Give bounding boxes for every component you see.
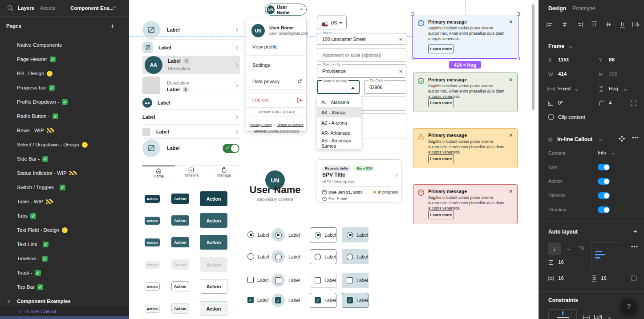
chevron-right-icon[interactable] [394, 174, 397, 177]
action-button[interactable]: Action [200, 279, 227, 294]
action-button[interactable]: Action [171, 237, 189, 247]
canvas-scrollbar[interactable] [532, 4, 535, 110]
state-select[interactable]: State or territory [317, 80, 360, 94]
learn-more-button[interactable]: Learn more [428, 154, 454, 163]
tab-design[interactable]: Design [548, 5, 566, 12]
tab-layers[interactable]: Layers [18, 5, 34, 11]
selection-option-cbox-on[interactable]: ✓Label [247, 297, 269, 303]
sidebar-item-page[interactable]: Rows - WIP [0, 123, 129, 137]
align-left-icon[interactable] [547, 21, 553, 28]
sidebar-item-page[interactable]: Table - WIP [0, 194, 129, 209]
horizontal-sizing-select[interactable]: Fixed [558, 86, 571, 91]
help-button[interactable]: ? [621, 299, 637, 315]
learn-more-button[interactable]: Learn more [428, 44, 454, 53]
selection-option-radio-off[interactable]: Label [342, 249, 369, 264]
gap-input[interactable]: 16 [558, 259, 564, 265]
sidebar-item-page[interactable]: Switch / Toggles -✓ [0, 180, 129, 194]
toggle-icon[interactable] [598, 164, 610, 170]
vertical-sizing-select[interactable]: Hug [609, 86, 618, 91]
chevron-down-icon[interactable] [569, 45, 572, 48]
spv-card[interactable]: Repeats daily Earn $10 SPV Title SPV Des… [316, 159, 402, 202]
direction-wrap-button[interactable] [578, 246, 584, 251]
more-options-icon[interactable]: ••• [632, 135, 639, 141]
radio-button[interactable] [247, 231, 254, 238]
state-option[interactable]: AL - Alabama [317, 97, 361, 107]
action-button[interactable]: Action [200, 301, 227, 316]
action-button[interactable]: Action [200, 191, 227, 206]
action-button[interactable]: Action [171, 194, 189, 204]
selection-option-cbox-on[interactable]: ✓Label [271, 294, 300, 307]
y-input[interactable]: 88 [609, 57, 615, 62]
country-select[interactable]: US [317, 16, 347, 29]
checkbox[interactable]: ✓ [275, 297, 281, 303]
menu-item-settings[interactable]: Settings [252, 62, 270, 68]
action-button[interactable]: Action [145, 305, 160, 313]
list-item[interactable]: Label [142, 21, 240, 39]
action-button[interactable]: Action [171, 303, 189, 314]
action-button[interactable]: Action [145, 238, 160, 246]
sidebar-item-page[interactable]: Toast -✓ [0, 266, 129, 280]
align-bottom-icon[interactable] [620, 21, 626, 28]
checkbox[interactable] [347, 277, 353, 283]
selection-option-cbox-on[interactable]: ✓Label [310, 293, 336, 308]
clip-content-checkbox[interactable] [548, 114, 554, 120]
rotation-input[interactable]: 0° [558, 100, 563, 105]
state-option[interactable]: AK - Alaska [317, 107, 361, 117]
add-page-button[interactable]: + [110, 22, 114, 30]
sidebar-item-page[interactable]: Side Bar -✓ [0, 152, 129, 166]
radio-button[interactable] [247, 253, 254, 260]
horizontal-padding-input[interactable]: 16 [558, 275, 564, 281]
independent-corners-icon[interactable] [631, 101, 636, 106]
apartment-field[interactable]: Apartment or suite (optional) [317, 48, 406, 62]
radio-button[interactable] [315, 232, 321, 238]
constraints-widget[interactable] [548, 309, 577, 319]
radio-button[interactable] [347, 254, 353, 260]
selection-option-radio-on[interactable]: Label [271, 228, 300, 242]
close-icon[interactable]: × [509, 18, 513, 25]
swap-instance-icon[interactable] [619, 136, 625, 142]
w-input[interactable]: 414 [558, 71, 567, 77]
list-item[interactable]: Label [142, 40, 240, 55]
list-item-selected[interactable]: AA Label9 Description [142, 56, 240, 74]
street-field[interactable]: Street 100 Lancaster Street × [317, 33, 406, 45]
selection-option-cbox-on[interactable]: ✓Label [342, 293, 369, 308]
sidebar-item-page[interactable]: Text Link -✓ [0, 237, 129, 251]
selection-option-cbox-off[interactable]: Label [247, 277, 269, 283]
selection-option-radio-on[interactable]: Label [247, 231, 269, 238]
clear-icon[interactable]: × [399, 68, 402, 74]
align-horizontal-centers-icon[interactable] [562, 21, 568, 28]
list-item[interactable]: Label ✓ [142, 139, 240, 157]
sidebar-item-page[interactable]: Top Bar✓ [0, 280, 129, 294]
menu-item-data-privacy[interactable]: Data privacy [252, 79, 279, 84]
sidebar-item-page[interactable]: Pill - Design [0, 66, 129, 81]
align-top-icon[interactable] [591, 21, 597, 28]
tab-manage[interactable]: Manage [208, 166, 240, 180]
close-icon[interactable]: × [509, 76, 513, 83]
checkbox[interactable]: ✓ [247, 297, 254, 303]
radio-button[interactable] [275, 232, 282, 238]
tab-prototype[interactable]: Prototype [572, 5, 595, 12]
menu-item-logout[interactable]: Log out [252, 97, 269, 102]
radio-button[interactable] [275, 254, 282, 260]
vertical-padding-input[interactable]: 16 [601, 275, 607, 281]
action-button[interactable]: Action [200, 235, 227, 250]
toggle-dismiss[interactable] [598, 192, 610, 199]
radio-button[interactable] [347, 232, 353, 238]
corner-radius-input[interactable]: 4 [609, 100, 612, 105]
auto-layout-more-icon[interactable]: ••• [631, 244, 638, 250]
city-field[interactable]: Town or city Providence × [317, 64, 406, 78]
direction-right-button[interactable]: → [565, 245, 571, 252]
canvas[interactable]: UN User Name Label Label AA Label9 Descr… [129, 0, 539, 319]
action-button[interactable]: Action [171, 281, 189, 291]
toggle-action[interactable] [598, 178, 610, 185]
list-item[interactable]: Description Label9 [142, 76, 240, 95]
individual-padding-icon[interactable] [631, 275, 637, 281]
action-button[interactable]: Action [145, 195, 160, 203]
checkbox[interactable] [275, 277, 281, 283]
sidebar-item-page[interactable]: Radio Button -✓ [0, 109, 129, 123]
selection-option-radio-on[interactable]: Label [310, 227, 336, 242]
action-button[interactable]: Action [200, 213, 227, 228]
tab-home[interactable]: Home [142, 166, 175, 180]
layer-item-inline-callout[interactable]: ◇ In-line Callout [0, 306, 129, 316]
action-button[interactable]: Action [200, 257, 227, 272]
